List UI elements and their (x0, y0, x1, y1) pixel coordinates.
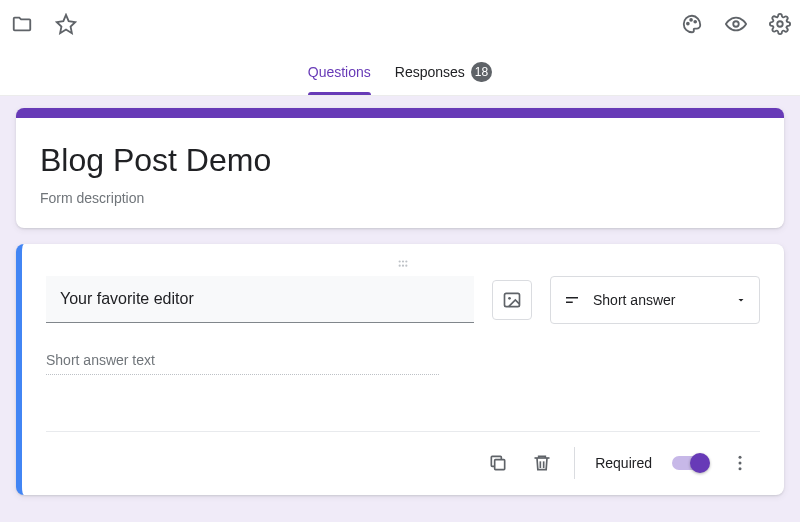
svg-point-8 (399, 264, 401, 266)
tab-responses[interactable]: Responses 18 (395, 48, 492, 95)
question-input[interactable] (46, 276, 474, 322)
drag-handle-icon[interactable] (46, 252, 760, 276)
svg-point-9 (402, 264, 404, 266)
required-toggle[interactable] (672, 456, 708, 470)
form-canvas: Blog Post Demo Form description Short an… (0, 96, 800, 522)
chevron-down-icon (735, 294, 747, 306)
add-image-button[interactable] (492, 280, 532, 320)
tab-label: Responses (395, 64, 465, 80)
tabs: Questions Responses 18 (0, 48, 800, 96)
svg-rect-11 (505, 293, 520, 306)
svg-point-3 (733, 21, 739, 27)
star-icon[interactable] (54, 12, 78, 36)
toolbar-left (10, 12, 78, 36)
svg-point-1 (690, 19, 692, 21)
form-title[interactable]: Blog Post Demo (40, 140, 760, 182)
question-footer: Required (46, 431, 760, 495)
folder-icon[interactable] (10, 12, 34, 36)
svg-point-19 (739, 462, 742, 465)
toggle-knob (690, 453, 710, 473)
divider (574, 447, 575, 479)
question-card: Short answer Short answer text Required (16, 244, 784, 495)
question-input-wrap (46, 276, 474, 323)
more-options-button[interactable] (728, 451, 752, 475)
svg-rect-15 (495, 460, 505, 470)
form-description[interactable]: Form description (40, 190, 760, 206)
duplicate-button[interactable] (486, 451, 510, 475)
svg-point-7 (405, 260, 407, 262)
svg-point-0 (687, 23, 689, 25)
form-header-card[interactable]: Blog Post Demo Form description (16, 108, 784, 228)
svg-point-4 (777, 21, 783, 27)
settings-icon[interactable] (768, 12, 792, 36)
top-toolbar (0, 0, 800, 48)
svg-point-2 (694, 21, 696, 23)
tab-label: Questions (308, 64, 371, 80)
palette-icon[interactable] (680, 12, 704, 36)
short-answer-icon (563, 291, 581, 309)
delete-button[interactable] (530, 451, 554, 475)
required-label: Required (595, 455, 652, 471)
svg-point-20 (739, 467, 742, 470)
svg-point-5 (399, 260, 401, 262)
answer-placeholder: Short answer text (46, 352, 439, 375)
question-row: Short answer (46, 276, 760, 324)
toolbar-right (680, 12, 790, 36)
svg-point-10 (405, 264, 407, 266)
svg-point-12 (508, 297, 511, 300)
question-type-select[interactable]: Short answer (550, 276, 760, 324)
question-type-label: Short answer (593, 292, 723, 308)
responses-count-badge: 18 (471, 62, 492, 82)
tab-questions[interactable]: Questions (308, 48, 371, 95)
svg-point-18 (739, 456, 742, 459)
svg-point-6 (402, 260, 404, 262)
preview-icon[interactable] (724, 12, 748, 36)
